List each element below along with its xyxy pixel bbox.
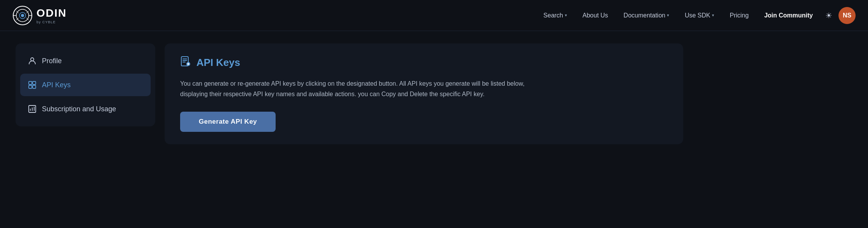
nav-item-about[interactable]: About Us bbox=[576, 9, 615, 22]
avatar[interactable]: NS bbox=[838, 7, 856, 24]
nav-item-join-community[interactable]: Join Community bbox=[758, 9, 819, 22]
nav-item-sdk[interactable]: Use SDK ▾ bbox=[679, 9, 720, 22]
svg-rect-12 bbox=[33, 81, 36, 85]
main-content: Profile API Keys bbox=[0, 31, 699, 157]
sidebar-item-profile[interactable]: Profile bbox=[20, 50, 151, 72]
logo-text-stack: ODIN by CYBLE bbox=[36, 7, 67, 24]
panel-title: API Keys bbox=[196, 57, 240, 69]
sidebar-item-api-keys[interactable]: API Keys bbox=[20, 74, 151, 96]
chevron-down-icon: ▾ bbox=[565, 13, 567, 18]
logo-text: ODIN bbox=[36, 7, 67, 19]
generate-api-key-button[interactable]: Generate API Key bbox=[180, 112, 276, 132]
nav-item-pricing[interactable]: Pricing bbox=[724, 9, 755, 22]
logo-area: ODIN by CYBLE bbox=[12, 5, 67, 26]
sidebar-api-keys-label: API Keys bbox=[42, 81, 71, 89]
panel-description: You can generate or re-generate API keys… bbox=[180, 78, 529, 99]
api-keys-icon bbox=[28, 81, 36, 89]
svg-point-3 bbox=[21, 14, 24, 17]
profile-icon bbox=[28, 57, 36, 65]
svg-point-10 bbox=[31, 58, 34, 61]
svg-rect-13 bbox=[29, 85, 32, 88]
logo-byline: by CYBLE bbox=[36, 20, 67, 24]
logo-icon bbox=[12, 5, 33, 26]
header: ODIN by CYBLE Search ▾ About Us Document… bbox=[0, 0, 868, 31]
content-panel: API Keys You can generate or re-generate… bbox=[165, 43, 683, 144]
theme-toggle-button[interactable]: ☀ bbox=[822, 8, 835, 23]
panel-title-icon bbox=[180, 56, 191, 69]
panel-title-row: API Keys bbox=[180, 56, 668, 69]
svg-rect-14 bbox=[33, 85, 36, 88]
nav-item-docs[interactable]: Documentation ▾ bbox=[617, 9, 675, 22]
sidebar-item-subscription[interactable]: Subscription and Usage bbox=[20, 98, 151, 120]
nav-item-search[interactable]: Search ▾ bbox=[537, 9, 573, 22]
sidebar-subscription-label: Subscription and Usage bbox=[42, 105, 116, 113]
chevron-down-icon: ▾ bbox=[712, 13, 714, 18]
main-nav: Search ▾ About Us Documentation ▾ Use SD… bbox=[537, 7, 856, 24]
sidebar-profile-label: Profile bbox=[42, 57, 62, 65]
sidebar: Profile API Keys bbox=[16, 43, 155, 126]
subscription-icon bbox=[28, 105, 36, 113]
svg-rect-11 bbox=[29, 81, 32, 85]
chevron-down-icon: ▾ bbox=[667, 13, 669, 18]
